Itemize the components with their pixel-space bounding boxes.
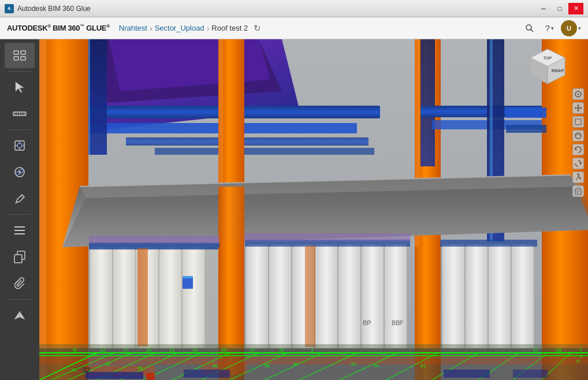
svg-rect-85: [466, 244, 487, 348]
svg-rect-87: [489, 244, 511, 348]
viewport[interactable]: BP BBP: [39, 39, 588, 380]
list-tool-button[interactable]: [5, 218, 35, 243]
spin-button[interactable]: [572, 158, 584, 169]
title-bar-text: Autodesk BIM 360 Glue: [17, 5, 533, 13]
svg-rect-5: [21, 57, 25, 60]
app-icon: A: [5, 4, 14, 13]
svg-rect-88: [511, 244, 512, 348]
section-box-button[interactable]: [572, 116, 584, 128]
svg-text:RIGHT: RIGHT: [552, 69, 565, 73]
svg-text:26: 26: [221, 348, 226, 353]
breadcrumb-section[interactable]: Sector_Upload: [155, 24, 204, 32]
orbit-button[interactable]: [572, 130, 584, 141]
svg-rect-104: [305, 246, 315, 347]
svg-point-169: [578, 173, 579, 175]
breadcrumb: Nrahtest › Sector_Upload › Roof test 2 ↻: [119, 23, 261, 33]
maximize-button[interactable]: □: [552, 3, 567, 14]
svg-rect-93: [90, 247, 218, 348]
svg-text:81: 81: [351, 362, 356, 367]
svg-rect-171: [577, 188, 579, 189]
svg-text:27: 27: [533, 348, 538, 353]
window-controls: ─ □ ✕: [536, 3, 583, 14]
svg-text:20: 20: [146, 348, 151, 353]
svg-text:BBP: BBP: [392, 320, 403, 326]
svg-rect-77: [338, 244, 360, 348]
user-dropdown-icon: ▾: [578, 25, 581, 31]
svg-text:17: 17: [123, 348, 128, 353]
search-button[interactable]: [521, 20, 538, 36]
attach-tool-button[interactable]: [5, 271, 35, 296]
section-tool-button[interactable]: [5, 133, 35, 158]
svg-rect-167: [575, 119, 581, 125]
svg-rect-52: [506, 107, 546, 118]
svg-point-0: [526, 25, 531, 30]
svg-text:27: 27: [250, 348, 255, 353]
svg-rect-75: [315, 244, 337, 348]
left-toolbar: [0, 39, 39, 380]
svg-rect-98: [245, 233, 410, 241]
svg-rect-37: [155, 148, 374, 155]
svg-rect-36: [126, 137, 369, 146]
measure-tool-button[interactable]: [5, 101, 35, 126]
svg-text:28: 28: [556, 348, 561, 353]
svg-rect-80: [384, 244, 385, 348]
svg-text:65: 65: [137, 366, 143, 371]
toolbar-sep-4: [8, 299, 31, 300]
toolbar-sep-1: [8, 71, 31, 72]
svg-rect-102: [415, 247, 441, 348]
svg-rect-70: [268, 244, 269, 348]
breadcrumb-home[interactable]: Nrahtest: [119, 24, 147, 32]
reset-view-button[interactable]: [572, 144, 584, 155]
svg-text:81: 81: [293, 362, 299, 367]
nav-cube[interactable]: TOP RIGHT: [524, 46, 571, 87]
svg-text:81: 81: [374, 363, 379, 368]
walk-button[interactable]: [572, 172, 584, 183]
menu-bar: AUTODESK® BIM 360™ GLUE® Nrahtest › Sect…: [0, 17, 588, 39]
svg-rect-41: [39, 39, 46, 380]
svg-rect-158: [513, 370, 548, 378]
svg-text:N: N: [73, 347, 77, 353]
menu-right: ? ▾ U ▾: [521, 20, 581, 36]
svg-text:61: 61: [106, 362, 111, 367]
view-tool-button[interactable]: [5, 159, 35, 185]
title-bar: A Autodesk BIM 360 Glue ─ □ ✕: [0, 0, 588, 17]
help-icon: ?: [545, 23, 550, 33]
svg-rect-72: [291, 244, 292, 348]
scene-canvas: BP BBP: [39, 39, 588, 380]
svg-point-166: [578, 94, 579, 95]
svg-line-22: [15, 203, 16, 204]
grid-toggle-button[interactable]: [5, 43, 35, 68]
svg-rect-90: [534, 244, 535, 348]
minimize-button[interactable]: ─: [536, 3, 551, 14]
pan-button[interactable]: [572, 102, 584, 114]
nav-cube-svg: TOP RIGHT: [524, 46, 571, 87]
user-menu[interactable]: U ▾: [561, 20, 581, 36]
breadcrumb-current: Roof test 2: [211, 24, 248, 32]
svg-text:24: 24: [192, 348, 198, 353]
toolbar-sep-3: [8, 214, 31, 215]
breadcrumb-sep-1: ›: [150, 24, 152, 33]
copy-tool-button[interactable]: [5, 244, 35, 270]
svg-rect-79: [362, 244, 384, 348]
svg-line-1: [531, 29, 533, 32]
svg-rect-76: [337, 244, 338, 348]
svg-rect-82: [407, 244, 408, 348]
svg-rect-78: [360, 244, 362, 348]
clipboard-button[interactable]: [572, 185, 584, 197]
markup-tool-button[interactable]: [5, 186, 35, 211]
svg-rect-84: [464, 244, 466, 348]
svg-rect-46: [420, 39, 435, 166]
toolbar-sep-2: [8, 129, 31, 130]
help-button[interactable]: ? ▾: [542, 20, 557, 36]
select-tool-button[interactable]: [5, 74, 35, 100]
close-button[interactable]: ✕: [568, 3, 583, 14]
svg-rect-83: [442, 244, 464, 348]
svg-rect-159: [146, 373, 155, 380]
svg-rect-103: [137, 248, 148, 347]
svg-text:23: 23: [169, 348, 174, 353]
navigate-tool-button[interactable]: [5, 303, 35, 328]
zoom-extents-button[interactable]: [572, 88, 584, 100]
svg-rect-156: [184, 370, 230, 378]
avatar[interactable]: U: [561, 20, 577, 36]
svg-point-13: [17, 143, 22, 148]
